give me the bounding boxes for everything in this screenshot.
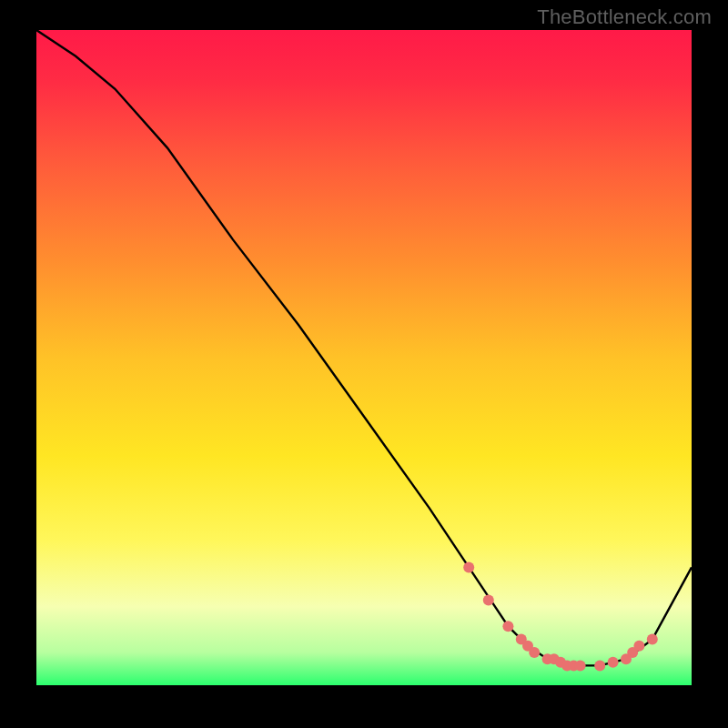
curve-marker [647, 634, 658, 645]
curve-marker [529, 647, 540, 658]
curve-marker [575, 660, 586, 671]
chart-container: { "watermark": "TheBottleneck.com", "cha… [0, 0, 728, 728]
curve-marker [463, 561, 474, 572]
watermark-text: TheBottleneck.com [537, 5, 712, 29]
plot-background [36, 30, 692, 685]
curve-marker [502, 621, 513, 632]
curve-marker [608, 657, 619, 668]
curve-marker [483, 594, 494, 605]
bottleneck-chart [0, 0, 728, 728]
curve-marker [594, 660, 605, 671]
curve-marker [633, 641, 644, 652]
